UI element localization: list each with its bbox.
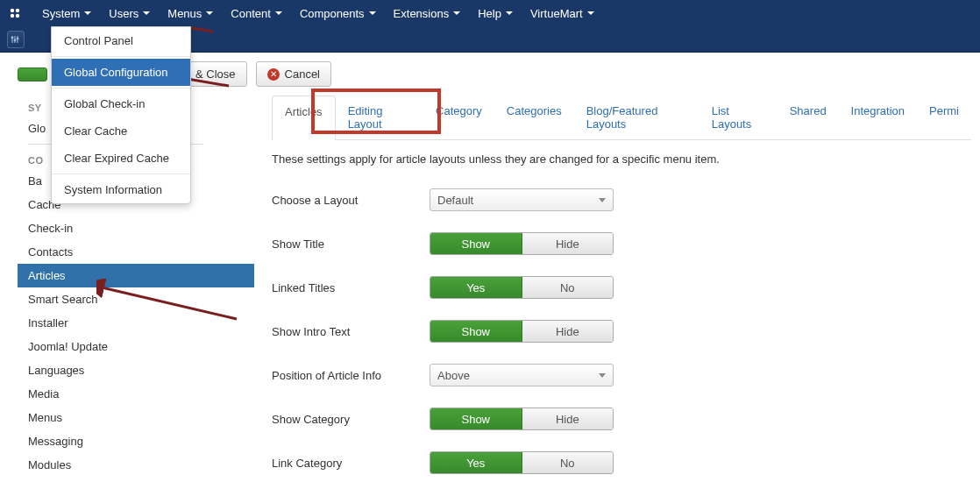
topmenu-components[interactable]: Components bbox=[291, 1, 385, 26]
dropdown-item-system-information[interactable]: System Information bbox=[52, 176, 190, 203]
toggle-link-category[interactable]: YesNo bbox=[430, 451, 614, 474]
caret-down-icon bbox=[143, 11, 150, 15]
description-text: These settings apply for article layouts… bbox=[272, 140, 971, 178]
svg-point-1 bbox=[16, 9, 19, 12]
toggle-show-title[interactable]: ShowHide bbox=[430, 232, 614, 255]
topmenu-label: Content bbox=[231, 7, 271, 20]
joomla-icon[interactable] bbox=[7, 5, 23, 21]
caret-down-icon bbox=[369, 11, 376, 15]
sidebar-item-check-in[interactable]: Check-in bbox=[18, 216, 254, 240]
topmenu-label: System bbox=[42, 7, 80, 20]
dropdown-item-clear-cache[interactable]: Clear Cache bbox=[52, 117, 190, 145]
form-row: Show Intro TextShowHide bbox=[272, 309, 971, 353]
tab-articles[interactable]: Articles bbox=[272, 96, 336, 140]
sidebar-item-menus[interactable]: Menus bbox=[18, 406, 254, 429]
topmenu-label: Users bbox=[109, 7, 138, 20]
tab-list-layouts[interactable]: List Layouts bbox=[699, 96, 778, 139]
caret-down-icon bbox=[275, 11, 282, 15]
topmenu-help[interactable]: Help bbox=[469, 1, 522, 26]
sidebar-item-contacts[interactable]: Contacts bbox=[18, 240, 254, 264]
svg-point-8 bbox=[14, 39, 16, 41]
topmenu-extensions[interactable]: Extensions bbox=[385, 1, 470, 26]
field-label: Show Intro Text bbox=[272, 325, 430, 338]
chevron-down-icon bbox=[599, 373, 606, 378]
svg-point-2 bbox=[11, 14, 14, 18]
field-label: Linked Titles bbox=[272, 281, 430, 294]
select-value: Above bbox=[437, 369, 470, 382]
tab-category[interactable]: Category bbox=[423, 96, 494, 139]
sidebar-item-modules[interactable]: Modules bbox=[18, 453, 254, 477]
select-choose-a-layout[interactable]: Default bbox=[430, 188, 614, 211]
dropdown-item-global-check-in[interactable]: Global Check-in bbox=[52, 90, 190, 117]
field-label: Position of Article Info bbox=[272, 369, 430, 382]
toggle-off[interactable]: Hide bbox=[522, 408, 614, 429]
caret-down-icon bbox=[206, 11, 213, 15]
chevron-down-icon bbox=[599, 198, 606, 202]
caret-down-icon bbox=[453, 11, 460, 15]
form-row: Position of Article InfoAbove bbox=[272, 353, 971, 397]
system-dropdown: Control PanelGlobal ConfigurationGlobal … bbox=[51, 26, 191, 204]
tab-shared[interactable]: Shared bbox=[778, 96, 839, 139]
caret-down-icon bbox=[587, 11, 594, 15]
caret-down-icon bbox=[506, 11, 513, 15]
toggle-on[interactable]: Yes bbox=[430, 452, 522, 473]
tab-editing-layout[interactable]: Editing Layout bbox=[336, 96, 423, 139]
sidebar-item-smart-search[interactable]: Smart Search bbox=[18, 287, 254, 311]
topmenu-label: Extensions bbox=[394, 7, 450, 20]
sidebar-item-articles[interactable]: Articles bbox=[18, 264, 254, 287]
select-position-of-article-info[interactable]: Above bbox=[430, 364, 614, 386]
sidebar-item-joomla-update[interactable]: Joomla! Update bbox=[18, 335, 254, 358]
toggle-off[interactable]: No bbox=[522, 277, 614, 298]
dropdown-item-clear-expired-cache[interactable]: Clear Expired Cache bbox=[52, 145, 190, 172]
toggle-off[interactable]: Hide bbox=[522, 321, 614, 342]
form-row: Linked TitlesYesNo bbox=[272, 266, 971, 309]
toggle-show-intro-text[interactable]: ShowHide bbox=[430, 320, 614, 343]
sidebar-item-media[interactable]: Media bbox=[18, 382, 254, 406]
sidebar-item-messaging[interactable]: Messaging bbox=[18, 429, 254, 453]
form-row: Link CategoryYesNo bbox=[272, 441, 971, 485]
sidebar-item-installer[interactable]: Installer bbox=[18, 311, 254, 335]
toggle-on[interactable]: Show bbox=[430, 321, 522, 342]
dropdown-item-global-configuration[interactable]: Global Configuration bbox=[52, 59, 190, 86]
save-close-label: & Close bbox=[195, 67, 236, 81]
tab-blog-featured-layouts[interactable]: Blog/Featured Layouts bbox=[574, 96, 699, 139]
toggle-off[interactable]: No bbox=[522, 452, 614, 473]
top-menu-bar: SystemUsersMenusContentComponentsExtensi… bbox=[0, 0, 980, 26]
field-label: Show Title bbox=[272, 237, 430, 251]
save-close-button[interactable]: & Close bbox=[189, 61, 247, 87]
topmenu-label: Help bbox=[478, 7, 501, 20]
form-row: Show CategoryShowHide bbox=[272, 397, 971, 441]
tabs-bar: ArticlesEditing LayoutCategoryCategories… bbox=[272, 96, 971, 140]
toggle-linked-titles[interactable]: YesNo bbox=[430, 276, 614, 299]
tab-permi[interactable]: Permi bbox=[917, 96, 971, 139]
toggle-on[interactable]: Show bbox=[430, 408, 522, 429]
form-row: Show TitleShowHide bbox=[272, 222, 971, 266]
control-panel-icon[interactable] bbox=[7, 31, 25, 48]
field-label: Show Category bbox=[272, 413, 430, 426]
topmenu-label: Menus bbox=[167, 7, 202, 20]
topmenu-virtuemart[interactable]: VirtueMart bbox=[522, 1, 603, 26]
tab-categories[interactable]: Categories bbox=[494, 96, 574, 139]
save-button[interactable] bbox=[18, 67, 47, 82]
cancel-label: Cancel bbox=[285, 67, 320, 81]
select-value: Default bbox=[437, 194, 473, 207]
cancel-button[interactable]: ✕ Cancel bbox=[256, 61, 331, 87]
tab-integration[interactable]: Integration bbox=[839, 96, 917, 139]
cancel-icon: ✕ bbox=[267, 68, 280, 81]
toggle-on[interactable]: Yes bbox=[430, 277, 522, 298]
svg-point-9 bbox=[17, 38, 18, 39]
topmenu-system[interactable]: System bbox=[33, 1, 100, 26]
topmenu-users[interactable]: Users bbox=[100, 1, 159, 26]
topmenu-label: VirtueMart bbox=[530, 7, 583, 20]
caret-down-icon bbox=[84, 11, 91, 15]
field-label: Link Category bbox=[272, 457, 430, 470]
toggle-on[interactable]: Show bbox=[430, 233, 522, 254]
toggle-off[interactable]: Hide bbox=[522, 233, 614, 254]
svg-point-3 bbox=[16, 14, 19, 18]
field-label: Choose a Layout bbox=[272, 194, 430, 207]
sidebar-item-languages[interactable]: Languages bbox=[18, 358, 254, 382]
toggle-show-category[interactable]: ShowHide bbox=[430, 408, 614, 430]
dropdown-item-control-panel[interactable]: Control Panel bbox=[52, 27, 190, 54]
topmenu-content[interactable]: Content bbox=[222, 1, 291, 26]
topmenu-menus[interactable]: Menus bbox=[159, 1, 222, 26]
